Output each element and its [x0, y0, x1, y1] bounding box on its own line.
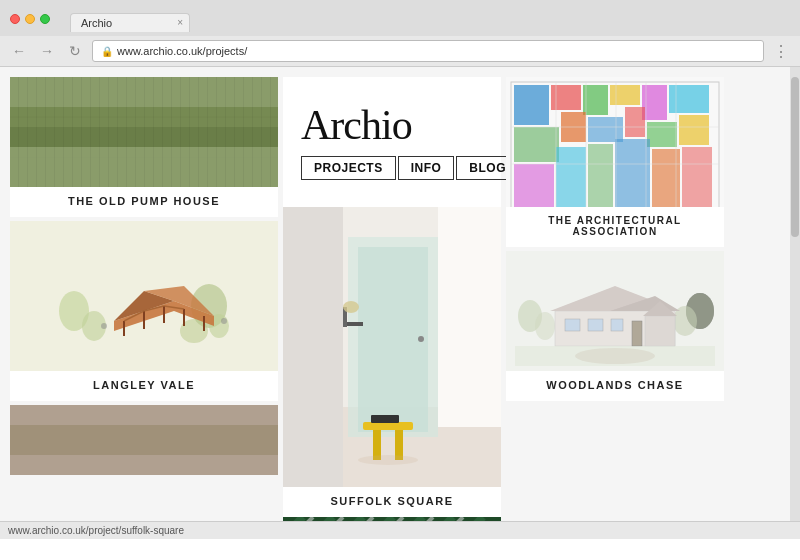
svg-rect-63 — [583, 85, 608, 115]
svg-rect-75 — [588, 144, 613, 207]
nav-info[interactable]: INFO — [398, 156, 455, 180]
page-content: THE OLD PUMP HOUSE — [0, 67, 800, 539]
scrollbar[interactable] — [790, 67, 800, 539]
svg-rect-66 — [669, 85, 709, 113]
center-column: Archio PROJECTS INFO BLOG — [283, 77, 501, 539]
project-card-langley-vale[interactable]: LANGLEY VALE — [10, 221, 278, 401]
browser-chrome: Archio × ← → ↻ 🔒 www.archio.co.uk/projec… — [0, 0, 800, 67]
svg-rect-31 — [283, 207, 343, 487]
svg-rect-73 — [514, 164, 554, 207]
old-pump-house-label: THE OLD PUMP HOUSE — [10, 187, 278, 217]
svg-rect-99 — [645, 316, 675, 346]
nav-projects[interactable]: PROJECTS — [301, 156, 396, 180]
svg-point-25 — [101, 323, 107, 329]
svg-rect-36 — [438, 207, 501, 427]
svg-rect-67 — [514, 127, 559, 162]
suffolk-square-svg — [283, 207, 501, 487]
address-bar[interactable]: 🔒 www.archio.co.uk/projects/ — [92, 40, 764, 62]
svg-point-102 — [575, 348, 655, 364]
bottom-left-card[interactable] — [10, 405, 278, 475]
minimize-button[interactable] — [25, 14, 35, 24]
project-card-old-pump-house[interactable]: THE OLD PUMP HOUSE — [10, 77, 278, 217]
old-pump-house-svg — [10, 77, 278, 187]
svg-rect-1 — [10, 77, 278, 107]
maximize-button[interactable] — [40, 14, 50, 24]
svg-rect-71 — [647, 122, 677, 147]
architectural-association-label: THE ARCHITECTURAL ASSOCIATION — [506, 207, 724, 247]
refresh-button[interactable]: ↻ — [64, 40, 86, 62]
url-text: www.archio.co.uk/projects/ — [117, 45, 247, 57]
title-bar: Archio × — [0, 0, 800, 36]
suffolk-square-label: SUFFOLK SQUARE — [283, 487, 501, 517]
close-button[interactable] — [10, 14, 20, 24]
nav-links: PROJECTS INFO BLOG — [301, 156, 519, 180]
svg-rect-72 — [679, 115, 709, 145]
svg-rect-64 — [610, 85, 640, 105]
svg-rect-78 — [682, 147, 712, 207]
woodlands-chase-label: WOODLANDS CHASE — [506, 371, 724, 401]
svg-rect-96 — [588, 319, 603, 331]
browser-toolbar: ← → ↻ 🔒 www.archio.co.uk/projects/ ⋮ — [0, 36, 800, 66]
svg-rect-43 — [371, 415, 399, 423]
tab-bar: Archio × — [60, 6, 200, 32]
browser-menu-button[interactable]: ⋮ — [770, 40, 792, 62]
svg-rect-0 — [10, 77, 278, 187]
svg-rect-4 — [10, 147, 278, 187]
svg-point-91 — [686, 293, 714, 329]
left-column: THE OLD PUMP HOUSE — [10, 77, 278, 539]
woodlands-chase-image — [506, 251, 724, 371]
svg-point-34 — [418, 336, 424, 342]
suffolk-square-image — [283, 207, 501, 487]
back-button[interactable]: ← — [8, 40, 30, 62]
project-card-woodlands-chase[interactable]: WOODLANDS CHASE — [506, 251, 724, 401]
svg-point-44 — [358, 455, 418, 465]
browser-tab[interactable]: Archio × — [70, 13, 190, 32]
svg-point-39 — [343, 301, 359, 313]
arch-assoc-svg — [506, 77, 724, 207]
svg-rect-62 — [551, 85, 581, 110]
svg-rect-61 — [514, 85, 549, 125]
svg-rect-76 — [615, 139, 650, 207]
svg-rect-74 — [556, 147, 586, 207]
svg-rect-33 — [358, 247, 428, 432]
site-logo: Archio — [301, 104, 412, 146]
lock-icon: 🔒 — [101, 46, 113, 57]
langley-vale-image — [10, 221, 278, 371]
svg-point-89 — [535, 312, 555, 340]
architectural-association-image — [506, 77, 724, 207]
svg-rect-98 — [632, 321, 642, 346]
right-column: THE ARCHITECTURAL ASSOCIATION — [506, 77, 724, 539]
forward-button[interactable]: → — [36, 40, 58, 62]
scrollbar-thumb[interactable] — [791, 77, 799, 237]
tab-close-button[interactable]: × — [177, 17, 183, 28]
tab-title: Archio — [81, 17, 112, 29]
svg-rect-95 — [565, 319, 580, 331]
traffic-lights — [10, 14, 50, 24]
svg-point-26 — [221, 318, 227, 324]
logo-nav-area: Archio PROJECTS INFO BLOG — [283, 77, 501, 207]
svg-rect-97 — [611, 319, 623, 331]
old-pump-house-image — [10, 77, 278, 187]
svg-rect-2 — [10, 107, 278, 127]
langley-vale-svg — [54, 231, 234, 361]
svg-rect-28 — [10, 425, 278, 455]
project-card-architectural-association[interactable]: THE ARCHITECTURAL ASSOCIATION — [506, 77, 724, 247]
project-card-suffolk-square[interactable]: SUFFOLK SQUARE — [283, 207, 501, 517]
status-url: www.archio.co.uk/project/suffolk-square — [8, 525, 184, 536]
langley-vale-label: LANGLEY VALE — [10, 371, 278, 401]
svg-rect-3 — [10, 127, 278, 147]
svg-rect-40 — [363, 422, 413, 430]
woodlands-chase-svg — [515, 256, 715, 366]
svg-rect-69 — [588, 117, 623, 142]
svg-rect-70 — [625, 107, 645, 137]
status-bar: www.archio.co.uk/project/suffolk-square — [0, 521, 800, 539]
